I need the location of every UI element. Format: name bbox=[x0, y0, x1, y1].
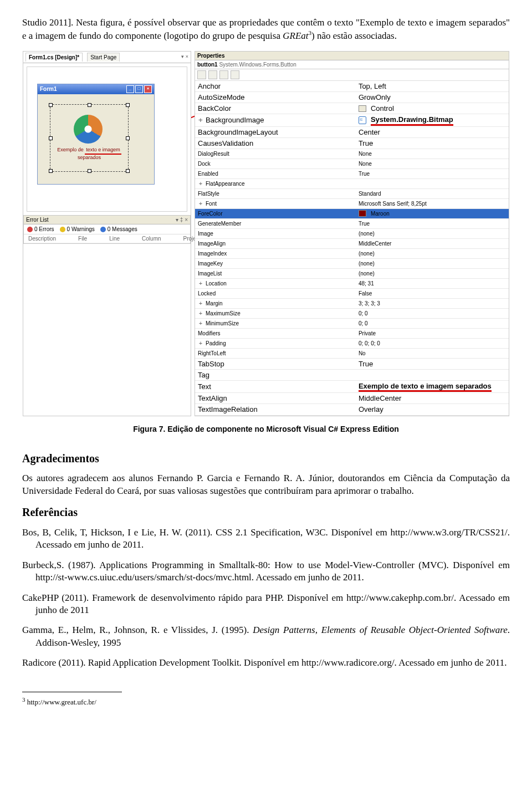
tab-controls[interactable]: ▾ × bbox=[181, 54, 188, 60]
property-value[interactable]: Overlay bbox=[356, 404, 509, 415]
property-name[interactable]: FlatStyle bbox=[195, 189, 356, 199]
properties-icon[interactable] bbox=[219, 70, 228, 79]
property-value[interactable]: 48; 31 bbox=[356, 279, 509, 289]
col-description[interactable]: Description bbox=[28, 235, 56, 242]
property-value[interactable]: (none) bbox=[356, 229, 509, 239]
property-name[interactable]: +Font bbox=[195, 199, 356, 209]
events-icon[interactable] bbox=[231, 70, 239, 79]
properties-object[interactable]: button1 System.Windows.Forms.Button bbox=[195, 60, 509, 69]
property-value[interactable]: Control bbox=[356, 103, 509, 114]
property-name[interactable]: Locked bbox=[195, 289, 356, 299]
resize-handle[interactable] bbox=[88, 169, 91, 173]
expand-icon[interactable]: + bbox=[198, 115, 203, 125]
resize-handle[interactable] bbox=[49, 169, 53, 173]
expand-icon[interactable]: + bbox=[198, 200, 203, 207]
expand-icon[interactable]: + bbox=[198, 310, 203, 317]
property-value[interactable]: 3; 3; 3; 3 bbox=[356, 299, 509, 309]
property-name[interactable]: Anchor bbox=[195, 81, 356, 92]
property-value[interactable]: MiddleCenter bbox=[356, 393, 509, 404]
property-value[interactable]: None bbox=[356, 149, 509, 159]
property-value[interactable]: Standard bbox=[356, 189, 509, 199]
property-name[interactable]: CausesValidation bbox=[195, 138, 356, 149]
button1-component[interactable]: Exemplo de texto e imagem separados bbox=[50, 104, 129, 172]
property-name[interactable]: Modifiers bbox=[195, 329, 356, 339]
property-value[interactable]: Maroon bbox=[356, 209, 509, 219]
property-value[interactable]: (none) bbox=[356, 249, 509, 259]
tab-form1-design[interactable]: Form1.cs [Design]* bbox=[25, 53, 83, 62]
form1-titlebar[interactable]: Form1 _ □ × bbox=[38, 84, 154, 94]
property-name[interactable]: TabStop bbox=[195, 359, 356, 370]
property-name[interactable]: TextAlign bbox=[195, 393, 356, 404]
property-name[interactable]: +Location bbox=[195, 279, 356, 289]
form1-body[interactable]: Exemplo de texto e imagem separados bbox=[38, 94, 154, 183]
property-grid-mid[interactable]: DialogResultNoneDockNoneEnabledTrue+Flat… bbox=[195, 149, 509, 359]
property-value[interactable]: 0; 0 bbox=[356, 319, 509, 329]
property-name[interactable]: TextImageRelation bbox=[195, 404, 356, 415]
property-name[interactable]: Enabled bbox=[195, 169, 356, 179]
property-value[interactable]: (none) bbox=[356, 259, 509, 269]
property-name[interactable]: +Padding bbox=[195, 339, 356, 349]
property-name[interactable]: ImageIndex bbox=[195, 249, 356, 259]
property-grid-top[interactable]: AnchorTop, LeftAutoSizeModeGrowOnlyBackC… bbox=[195, 81, 509, 149]
property-name[interactable]: +Margin bbox=[195, 299, 356, 309]
resize-handle[interactable] bbox=[126, 136, 130, 140]
close-icon[interactable]: × bbox=[144, 85, 152, 93]
property-value[interactable]: No bbox=[356, 349, 509, 359]
property-value[interactable]: True bbox=[356, 138, 509, 149]
property-value[interactable]: MiddleCenter bbox=[356, 239, 509, 249]
messages-filter[interactable]: 0 Messages bbox=[100, 226, 137, 233]
property-name[interactable]: BackgroundImageLayout bbox=[195, 127, 356, 138]
property-name[interactable]: +BackgroundImage bbox=[195, 114, 356, 126]
col-line[interactable]: Line bbox=[109, 235, 120, 242]
property-name[interactable]: Dock bbox=[195, 159, 356, 169]
property-name[interactable]: RightToLeft bbox=[195, 349, 356, 359]
expand-icon[interactable]: + bbox=[198, 320, 203, 327]
property-name[interactable]: ForeColor bbox=[195, 209, 356, 219]
property-name[interactable]: +FlatAppearance bbox=[195, 179, 356, 189]
expand-icon[interactable]: + bbox=[198, 300, 203, 307]
property-value[interactable]: 0; 0; 0; 0 bbox=[356, 339, 509, 349]
property-name[interactable]: Tag bbox=[195, 370, 356, 381]
property-name[interactable]: BackColor bbox=[195, 103, 356, 114]
property-name[interactable]: DialogResult bbox=[195, 149, 356, 159]
property-value[interactable] bbox=[356, 370, 509, 381]
property-value[interactable]: Center bbox=[356, 127, 509, 138]
minimize-icon[interactable]: _ bbox=[126, 85, 134, 93]
expand-icon[interactable]: + bbox=[198, 180, 203, 187]
resize-handle[interactable] bbox=[49, 136, 53, 140]
resize-handle[interactable] bbox=[126, 169, 130, 173]
property-value[interactable]: None bbox=[356, 159, 509, 169]
col-column[interactable]: Column bbox=[142, 235, 161, 242]
resize-handle[interactable] bbox=[49, 103, 53, 107]
col-file[interactable]: File bbox=[78, 235, 87, 242]
maximize-icon[interactable]: □ bbox=[135, 85, 143, 93]
property-value[interactable]: True bbox=[356, 359, 509, 370]
warnings-filter[interactable]: 0 Warnings bbox=[60, 226, 95, 233]
tab-start-page[interactable]: Start Page bbox=[87, 53, 120, 62]
form1-window[interactable]: Form1 _ □ × bbox=[37, 84, 155, 185]
designer-canvas[interactable]: Form1 _ □ × bbox=[27, 67, 187, 212]
property-name[interactable]: GenerateMember bbox=[195, 219, 356, 229]
property-name[interactable]: +MaximumSize bbox=[195, 309, 356, 319]
property-value[interactable]: Microsoft Sans Serif; 8,25pt bbox=[356, 199, 509, 209]
property-value[interactable]: 0; 0 bbox=[356, 309, 509, 319]
resize-handle[interactable] bbox=[88, 103, 91, 107]
resize-handle[interactable] bbox=[126, 103, 130, 107]
property-value[interactable] bbox=[356, 179, 509, 189]
property-name[interactable]: ImageList bbox=[195, 269, 356, 279]
property-value[interactable]: System.Drawing.Bitmap bbox=[356, 114, 509, 126]
property-value[interactable]: True bbox=[356, 169, 509, 179]
property-value[interactable]: Private bbox=[356, 329, 509, 339]
property-name[interactable]: ImageKey bbox=[195, 259, 356, 269]
expand-icon[interactable]: + bbox=[198, 280, 203, 287]
property-value[interactable]: Top, Left bbox=[356, 81, 509, 92]
property-value[interactable]: (none) bbox=[356, 269, 509, 279]
categorized-icon[interactable] bbox=[197, 70, 206, 79]
property-name[interactable]: Image bbox=[195, 229, 356, 239]
property-name[interactable]: Text bbox=[195, 381, 356, 393]
alphabetical-icon[interactable] bbox=[208, 70, 217, 79]
property-name[interactable]: ImageAlign bbox=[195, 239, 356, 249]
errors-filter[interactable]: 0 Errors bbox=[27, 226, 54, 233]
property-grid-bottom[interactable]: TabStopTrueTagTextExemplo de texto e ima… bbox=[195, 359, 509, 416]
property-name[interactable]: AutoSizeMode bbox=[195, 92, 356, 103]
